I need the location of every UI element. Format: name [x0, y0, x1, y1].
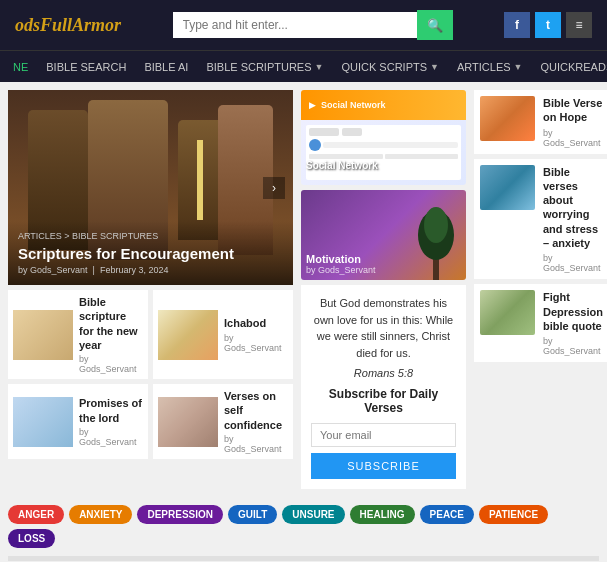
- search-button[interactable]: 🔍: [417, 10, 453, 40]
- search-input[interactable]: [173, 12, 417, 38]
- slider-meta: by Gods_Servant | February 3, 2024: [18, 265, 283, 275]
- grid-article-0[interactable]: Bible scripture for the new year by Gods…: [8, 290, 148, 379]
- site-logo[interactable]: odsFullArmor: [15, 15, 121, 36]
- chevron-down-icon: ▼: [514, 62, 523, 72]
- nav-label-bible-scriptures: BIBLE SCRIPTURES: [206, 61, 311, 73]
- right-author-0: by Gods_Servant: [543, 128, 603, 148]
- grid-author-2: by Gods_Servant: [79, 427, 143, 447]
- tree-illustration: [411, 200, 461, 280]
- tag-anger[interactable]: ANGER: [8, 505, 64, 524]
- right-thumb-1: [480, 165, 535, 210]
- grid-title-2: Promises of the lord: [79, 396, 143, 425]
- right-author-2: by Gods_Servant: [543, 336, 603, 356]
- nav-item-ne[interactable]: NE: [5, 51, 36, 82]
- site-header: odsFullArmor 🔍 f t ≡: [0, 0, 607, 50]
- divider: [8, 556, 599, 561]
- search-form: 🔍: [173, 10, 453, 40]
- grid-text-0: Bible scripture for the new year by Gods…: [79, 295, 143, 374]
- tag-anxiety[interactable]: ANXIETY: [69, 505, 132, 524]
- tag-loss[interactable]: LOSS: [8, 529, 55, 548]
- grid-article-3[interactable]: Verses on self confidence by Gods_Servan…: [153, 384, 293, 459]
- slider-title: Scriptures for Encouragement: [18, 245, 283, 262]
- right-article-0[interactable]: Bible Verse on Hope by Gods_Servant: [474, 90, 607, 154]
- grid-author-1: by Gods_Servant: [224, 333, 288, 353]
- tag-unsure[interactable]: UNSURE: [282, 505, 344, 524]
- social-card-author: by Gods_Servant: [306, 171, 378, 180]
- right-title-0: Bible Verse on Hope: [543, 96, 603, 125]
- grid-title-1: Ichabod: [224, 316, 288, 330]
- right-thumb-2: [480, 290, 535, 335]
- right-author-1: by Gods_Servant: [543, 253, 603, 273]
- grid-title-3: Verses on self confidence: [224, 389, 288, 432]
- subscribe-title: Subscribe for Daily Verses: [311, 387, 456, 415]
- tag-peace[interactable]: PEACE: [420, 505, 474, 524]
- main-content: › ARTICLES > BIBLE SCRIPTURES Scriptures…: [0, 82, 607, 497]
- motivation-author: by Gods_Servant: [306, 265, 376, 275]
- tag-patience[interactable]: PATIENCE: [479, 505, 548, 524]
- article-grid: Bible scripture for the new year by Gods…: [8, 290, 293, 459]
- right-article-1[interactable]: Bible verses about worrying and stress –…: [474, 159, 607, 280]
- twitter-icon[interactable]: t: [535, 12, 561, 38]
- slider-overlay: ARTICLES > BIBLE SCRIPTURES Scriptures f…: [8, 221, 293, 285]
- nav-item-quick-scripts[interactable]: QUICK SCRIPTS ▼: [333, 51, 447, 82]
- tag-healing[interactable]: HEALING: [350, 505, 415, 524]
- slider-breadcrumb: ARTICLES > BIBLE SCRIPTURES: [18, 231, 283, 241]
- grid-thumb-1: [158, 310, 218, 360]
- grid-thumb-3: [158, 397, 218, 447]
- search-icon: 🔍: [427, 18, 443, 33]
- nav-item-bible-ai[interactable]: BIBLE AI: [136, 51, 196, 82]
- grid-thumb-2: [13, 397, 73, 447]
- nav-label-bible-search: BIBLE SEARCH: [46, 61, 126, 73]
- social-card-header: ▶ Social Network: [301, 90, 466, 120]
- right-title-1: Bible verses about worrying and stress –…: [543, 165, 603, 251]
- social-card-label: Social Network: [306, 160, 378, 171]
- subscribe-box: But God demonstrates his own love for us…: [301, 285, 466, 489]
- menu-icon[interactable]: ≡: [566, 12, 592, 38]
- right-title-2: Fight Depression bible quote: [543, 290, 603, 333]
- nav-item-articles[interactable]: ARTICLES ▼: [449, 51, 531, 82]
- nav-item-bible-search[interactable]: BIBLE SEARCH: [38, 51, 134, 82]
- nav-label-articles: ARTICLES: [457, 61, 511, 73]
- hero-slider: › ARTICLES > BIBLE SCRIPTURES Scriptures…: [8, 90, 293, 285]
- logo-text: odsFullArmor: [15, 15, 121, 35]
- nav-label-quick-scripts: QUICK SCRIPTS: [341, 61, 427, 73]
- motivation-label: Motivation: [306, 253, 361, 265]
- social-card-icon: ▶: [309, 100, 316, 110]
- grid-author-3: by Gods_Servant: [224, 434, 288, 454]
- grid-text-3: Verses on self confidence by Gods_Servan…: [224, 389, 288, 454]
- right-text-1: Bible verses about worrying and stress –…: [543, 165, 603, 274]
- subscribe-email-input[interactable]: [311, 423, 456, 447]
- nav-item-quickreads[interactable]: QUICKREADS: [532, 51, 607, 82]
- right-column: Bible Verse on Hope by Gods_Servant Bibl…: [474, 90, 607, 489]
- subscribe-verse: But God demonstrates his own love for us…: [311, 295, 456, 361]
- grid-article-1[interactable]: Ichabod by Gods_Servant: [153, 290, 293, 379]
- chevron-down-icon: ▼: [430, 62, 439, 72]
- slider-next-button[interactable]: ›: [263, 177, 285, 199]
- subscribe-button[interactable]: SUBSCRIBE: [311, 453, 456, 479]
- grid-title-0: Bible scripture for the new year: [79, 295, 143, 352]
- slider-author: by Gods_Servant: [18, 265, 88, 275]
- nav-label-bible-ai: BIBLE AI: [144, 61, 188, 73]
- nav-item-bible-scriptures[interactable]: BIBLE SCRIPTURES ▼: [198, 51, 331, 82]
- slider-date: February 3, 2024: [100, 265, 169, 275]
- navigation-bar: NE BIBLE SEARCH BIBLE AI BIBLE SCRIPTURE…: [0, 50, 607, 82]
- right-article-2[interactable]: Fight Depression bible quote by Gods_Ser…: [474, 284, 607, 362]
- motivation-card[interactable]: Motivation by Gods_Servant: [301, 190, 466, 280]
- grid-article-2[interactable]: Promises of the lord by Gods_Servant: [8, 384, 148, 459]
- right-text-0: Bible Verse on Hope by Gods_Servant: [543, 96, 603, 148]
- tag-guilt[interactable]: GUILT: [228, 505, 277, 524]
- social-network-card[interactable]: ▶ Social Network: [301, 90, 466, 185]
- nav-label-ne: NE: [13, 61, 28, 73]
- grid-author-0: by Gods_Servant: [79, 354, 143, 374]
- left-column: › ARTICLES > BIBLE SCRIPTURES Scriptures…: [8, 90, 293, 489]
- grid-text-2: Promises of the lord by Gods_Servant: [79, 396, 143, 447]
- svg-point-2: [424, 207, 448, 243]
- facebook-icon[interactable]: f: [504, 12, 530, 38]
- subscribe-reference: Romans 5:8: [311, 367, 456, 379]
- social-card-title-text: Social Network: [321, 100, 386, 110]
- tag-depression[interactable]: DEPRESSION: [137, 505, 223, 524]
- right-text-2: Fight Depression bible quote by Gods_Ser…: [543, 290, 603, 356]
- slider-candle: [197, 140, 203, 220]
- chevron-down-icon: ▼: [315, 62, 324, 72]
- social-icons-group: f t ≡: [504, 12, 592, 38]
